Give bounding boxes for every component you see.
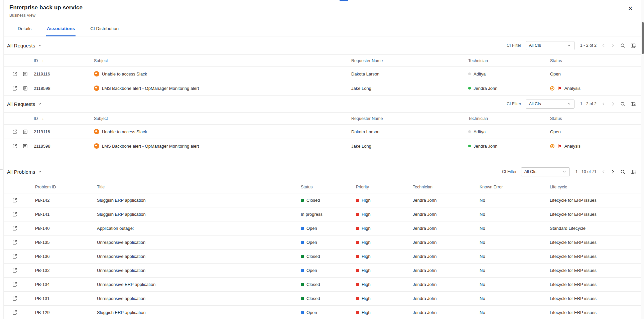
section-controls: CI Filter All CIs 1 - 10 of 71 — [502, 167, 636, 176]
panel-collapse-handle[interactable] — [0, 160, 3, 170]
open-in-new-icon[interactable] — [12, 143, 18, 149]
tab-ci-distribution[interactable]: CI Distribution — [90, 23, 119, 36]
problem-row[interactable]: PB-129 Sluggish ERP application Open Hig… — [4, 306, 641, 319]
open-in-new-icon[interactable] — [12, 254, 18, 260]
column-header-priority[interactable]: Priority — [356, 185, 413, 189]
problem-row[interactable]: PB-136 Unresponsive application Closed H… — [4, 250, 641, 264]
open-in-new-icon[interactable] — [12, 211, 18, 217]
life-cycle: Lifecycle for ERP issues — [550, 282, 641, 287]
request-row[interactable]: 2118598 LMS Backbone alert - OpManager M… — [4, 139, 641, 153]
search-icon[interactable] — [620, 42, 626, 48]
open-in-new-icon[interactable] — [12, 310, 18, 316]
column-header-requester[interactable]: Requester Name — [351, 58, 468, 63]
ci-filter-label: CI Filter — [507, 43, 521, 48]
problem-priority: High — [362, 254, 371, 259]
ci-filter-select[interactable]: All CIs — [521, 167, 570, 176]
column-header-subject[interactable]: Subject — [94, 58, 351, 63]
column-header-id[interactable]: ID↓ — [34, 58, 94, 63]
problem-row[interactable]: PB-142 Sluggish ERP application Closed H… — [4, 193, 641, 207]
open-in-new-icon[interactable] — [12, 197, 18, 203]
row-actions — [12, 71, 34, 77]
priority-square — [356, 227, 359, 230]
column-header-known-error[interactable]: Known Error — [480, 185, 550, 189]
next-page-icon[interactable] — [610, 43, 615, 48]
tab-details[interactable]: Details — [17, 23, 32, 36]
request-row[interactable]: 2119116 Unable to access Slack Dakota La… — [4, 125, 641, 139]
request-status: Open — [550, 71, 641, 76]
request-details-icon[interactable] — [22, 143, 28, 149]
close-icon[interactable]: × — [628, 5, 633, 12]
column-chooser-icon[interactable] — [630, 169, 636, 175]
column-header-status[interactable]: Status — [301, 185, 356, 189]
prev-page-icon[interactable] — [601, 43, 606, 48]
problem-status: Open — [306, 268, 317, 273]
problem-row[interactable]: PB-131 Unresponsive application Closed H… — [4, 292, 641, 306]
vertical-scrollbar[interactable] — [641, 0, 644, 319]
life-cycle: Lifecycle for ERP issues — [550, 198, 641, 203]
open-in-new-icon[interactable] — [12, 85, 18, 91]
open-in-new-icon[interactable] — [12, 71, 18, 77]
problem-id: PB-135 — [35, 240, 97, 245]
row-actions — [12, 225, 35, 231]
problems-section-dropdown[interactable]: All Problems — [7, 169, 42, 175]
open-in-new-icon[interactable] — [12, 282, 18, 288]
scrollbar-thumb[interactable] — [642, 22, 644, 54]
problem-title: Application outage: — [97, 226, 301, 231]
request-details-icon[interactable] — [22, 129, 28, 135]
column-header-subject[interactable]: Subject — [94, 116, 351, 121]
open-in-new-icon[interactable] — [12, 129, 18, 135]
request-subject: LMS Backbone alert - OpManager Monitorin… — [102, 86, 199, 91]
priority-square — [356, 213, 359, 216]
ci-filter-select[interactable]: All CIs — [526, 100, 574, 109]
problem-row[interactable]: PB-134 Unresponsive ERP application Clos… — [4, 278, 641, 292]
problem-status-cell: Closed — [301, 254, 356, 259]
incident-icon — [94, 129, 99, 134]
column-header-life-cycle[interactable]: Life cycle — [550, 185, 641, 189]
problem-row[interactable]: PB-141 Sluggish ERP application In progr… — [4, 207, 641, 221]
prev-page-icon[interactable] — [601, 102, 606, 107]
search-icon[interactable] — [620, 169, 626, 175]
request-details-icon[interactable] — [22, 71, 28, 77]
column-header-title[interactable]: Title — [97, 185, 301, 189]
request-row[interactable]: 2118598 LMS Backbone alert - OpManager M… — [4, 81, 641, 96]
status-square — [301, 269, 304, 272]
next-page-icon[interactable] — [610, 102, 615, 107]
problem-row[interactable]: PB-140 Application outage: Open High Jen… — [4, 221, 641, 235]
prev-page-icon[interactable] — [601, 169, 606, 174]
request-details-icon[interactable] — [22, 85, 28, 91]
open-in-new-icon[interactable] — [12, 296, 18, 302]
chevron-down-icon — [562, 170, 566, 174]
life-cycle: Lifecycle for ERP issues — [550, 254, 641, 259]
requests-section-dropdown[interactable]: All Requests — [7, 43, 42, 48]
column-header-technician[interactable]: Technician — [468, 116, 550, 121]
requests-section-dropdown[interactable]: All Requests — [7, 101, 42, 107]
life-cycle: Lifecycle for ERP issues — [550, 310, 641, 315]
column-header-status[interactable]: Status — [550, 116, 641, 121]
open-in-new-icon[interactable] — [12, 240, 18, 246]
column-chooser-icon[interactable] — [630, 101, 636, 107]
page-title: Enterprise back up service — [9, 4, 627, 11]
column-header-technician[interactable]: Technician — [413, 185, 480, 189]
open-in-new-icon[interactable] — [12, 225, 18, 231]
open-in-new-icon[interactable] — [12, 268, 18, 274]
incident-icon — [94, 86, 99, 91]
ci-filter-select[interactable]: All CIs — [526, 41, 574, 50]
column-header-problem-id[interactable]: Problem ID — [35, 185, 97, 189]
column-chooser-icon[interactable] — [630, 42, 636, 48]
chevron-down-icon — [38, 170, 42, 174]
column-header-id[interactable]: ID↓ — [34, 116, 94, 121]
column-header-status[interactable]: Status — [550, 58, 641, 63]
problem-title: Unresponsive ERP application — [97, 282, 301, 287]
search-icon[interactable] — [620, 101, 626, 107]
request-row[interactable]: 2119116 Unable to access Slack Dakota La… — [4, 67, 641, 81]
problem-row[interactable]: PB-135 Unresponsive application Open Hig… — [4, 235, 641, 250]
next-page-icon[interactable] — [610, 169, 615, 174]
column-header-requester[interactable]: Requester Name — [351, 116, 468, 121]
column-header-technician[interactable]: Technician — [468, 58, 550, 63]
tab-associations[interactable]: Associations — [46, 23, 76, 36]
all-requests-section-1: All Requests CI Filter All CIs 1 - 2 of … — [4, 36, 641, 96]
problem-id: PB-141 — [35, 212, 97, 217]
problem-status-cell: Closed — [301, 198, 356, 203]
row-actions — [12, 240, 35, 246]
problem-row[interactable]: PB-132 Unresponsive application Open Hig… — [4, 264, 641, 278]
